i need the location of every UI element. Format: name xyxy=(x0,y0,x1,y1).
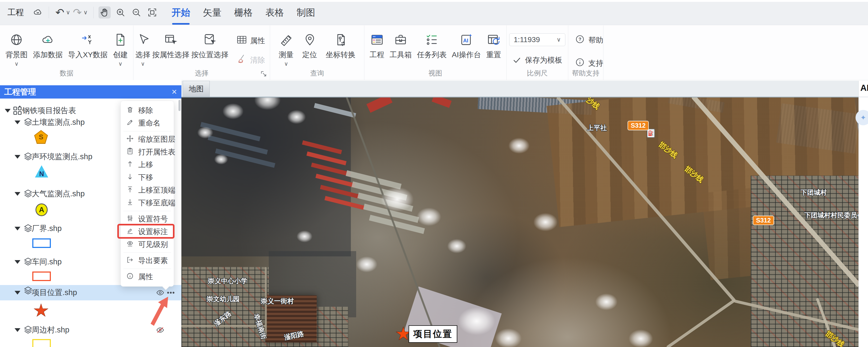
ai-console-panel[interactable]: AI ✦ xyxy=(859,81,868,347)
ribbon-item-label: 坐标转换 xyxy=(326,50,355,60)
ribbon-item-工程[interactable]: 工程 xyxy=(370,32,384,67)
redo-chevron-icon[interactable]: ∨ xyxy=(84,9,88,16)
chevron-down-icon[interactable]: ∨ xyxy=(14,61,19,67)
menu-item-label: 上移 xyxy=(138,160,153,170)
close-icon[interactable]: ✕ xyxy=(171,88,177,96)
menu-item-label: 设置符号 xyxy=(138,214,168,224)
ribbon-item-AI操作台[interactable]: AIAI操作台 xyxy=(452,32,481,67)
ribbon-item-label: 选择 xyxy=(135,50,150,60)
zoom-out-icon[interactable] xyxy=(130,6,143,19)
undo-chevron-icon[interactable]: ∨ xyxy=(66,9,70,16)
ribbon-item-label: AI操作台 xyxy=(452,50,481,60)
chevron-down-icon[interactable]: ∨ xyxy=(141,61,145,67)
tab-制图[interactable]: 制图 xyxy=(290,0,321,25)
tree-row-label: 土壤监测点.shp xyxy=(32,117,85,128)
ribbon-item-定位[interactable]: 定位 xyxy=(302,32,317,67)
tab-栅格[interactable]: 栅格 xyxy=(228,0,259,25)
undo-icon[interactable]: ↶ xyxy=(54,6,66,19)
map-road xyxy=(181,325,266,327)
menu-item-可见级别[interactable]: 可见级别 xyxy=(121,238,174,251)
ribbon-items: 选择∨按属性选择按位置选择 xyxy=(133,25,230,70)
menu-item-导出要素[interactable]: 导出要素 xyxy=(121,254,174,267)
expander-icon[interactable] xyxy=(14,291,21,294)
menu-item-下移[interactable]: 下移 xyxy=(121,171,174,184)
menu-item-label: 下移 xyxy=(138,172,153,182)
app-menu-project[interactable]: 工程 xyxy=(7,7,24,18)
ribbon-item-帮助[interactable]: ?帮助 xyxy=(575,34,603,46)
expander-icon[interactable] xyxy=(14,260,21,264)
menu-item-label: 可见级别 xyxy=(138,239,168,250)
ribbon-item-创建[interactable]: 创建∨ xyxy=(113,32,128,67)
ribbon-item-测量[interactable]: 测量∨ xyxy=(279,32,294,67)
ribbon-item-选择[interactable]: 选择∨ xyxy=(135,32,150,67)
ribbon-item-label: 测量 xyxy=(279,50,294,60)
tab-开始[interactable]: 开始 xyxy=(165,0,196,25)
expander-icon[interactable] xyxy=(14,328,21,332)
ribbon-items: 测量∨定位坐标转换 xyxy=(270,25,364,70)
map-label-shield: S312 xyxy=(627,121,649,130)
ribbon-item-按属性选择[interactable]: 按属性选择 xyxy=(152,32,189,67)
ribbon-item-坐标转换[interactable]: 坐标转换 xyxy=(326,32,355,67)
smoke-plume xyxy=(297,230,312,242)
redo-icon[interactable]: ↷ xyxy=(71,6,84,19)
cursor-icon xyxy=(136,32,150,47)
ribbon-item-背景图[interactable]: 背景图∨ xyxy=(5,32,28,67)
expander-icon[interactable] xyxy=(5,109,10,113)
menu-item-移除[interactable]: 移除 xyxy=(121,104,174,117)
ribbon-item-工具箱[interactable]: 工具箱 xyxy=(390,32,412,67)
menu-item-上移至顶端[interactable]: 上移至顶端 xyxy=(121,184,174,197)
menu-item-设置符号[interactable]: 设置符号 xyxy=(121,213,174,225)
toolbox-icon xyxy=(394,32,407,47)
ribbon-item-label: 工程 xyxy=(370,50,384,60)
broom-icon xyxy=(237,54,247,66)
locsel-icon xyxy=(203,32,217,47)
ribbon-item-添加数据[interactable]: 添加数据 xyxy=(33,32,63,67)
ribbon-item-任务列表[interactable]: 任务列表 xyxy=(417,32,447,67)
chevron-down-icon[interactable]: ∨ xyxy=(118,61,122,67)
expander-icon[interactable] xyxy=(14,120,21,124)
smoke-plume xyxy=(214,154,228,165)
map-label-place: 下团城村村民委员会 xyxy=(804,211,859,220)
ai-icon: AI xyxy=(460,32,473,47)
cloud-sync-icon[interactable] xyxy=(32,6,44,19)
expander-icon[interactable] xyxy=(14,227,21,230)
tab-矢量[interactable]: 矢量 xyxy=(196,0,228,25)
ribbon-item-属性[interactable]: 属性 xyxy=(237,34,265,47)
eyebar-icon xyxy=(126,240,134,250)
menu-item-属性[interactable]: 属性 xyxy=(121,270,174,283)
expander-icon[interactable] xyxy=(14,155,21,159)
chevron-down-icon[interactable]: ∨ xyxy=(284,61,288,67)
ribbon-item-label: 定位 xyxy=(302,50,317,60)
menu-item-label: 移除 xyxy=(138,106,153,115)
smoke-plume xyxy=(222,103,244,119)
zoom-in-icon[interactable] xyxy=(114,6,127,19)
menu-item-上移[interactable]: 上移 xyxy=(121,158,174,171)
ribbon-item-支持[interactable]: 支持 xyxy=(575,57,603,69)
panel-scrollbar[interactable] xyxy=(179,100,181,111)
tab-表格[interactable]: 表格 xyxy=(259,0,290,25)
menu-item-重命名[interactable]: 重命名 xyxy=(121,117,174,129)
ribbon-item-按位置选择[interactable]: 按位置选择 xyxy=(191,32,228,67)
menu-item-下移至底端[interactable]: 下移至底端 xyxy=(121,197,174,209)
map-marker-label: 项目位置 xyxy=(409,325,457,343)
clipboard-icon xyxy=(126,147,134,157)
menu-item-打开属性表[interactable]: 打开属性表 xyxy=(121,146,174,158)
expander-icon[interactable] xyxy=(14,192,21,196)
scale-dropdown[interactable]: 1:11939∨ xyxy=(509,33,565,46)
ribbon-items: 背景图∨添加数据导入XY数据创建∨ xyxy=(0,25,133,70)
menu-item-缩放至图层[interactable]: 缩放至图层 xyxy=(121,133,174,146)
check-icon xyxy=(513,56,521,65)
ribbon-group-比例尺: 1:11939∨保存为模板比例尺 xyxy=(506,25,568,80)
ribbon-item-导入XY数据[interactable]: 导入XY数据 xyxy=(68,32,107,67)
map-viewport[interactable]: ⛽ S312S312沙线邯沙线邯沙线邯沙线上平社崇义中心小学崇文幼儿园崇义一街村… xyxy=(181,97,859,347)
ribbon-item-重置[interactable]: 重置 xyxy=(486,32,501,67)
menu-item-label: 重命名 xyxy=(138,118,160,128)
ribbon-item-label: 添加数据 xyxy=(33,50,63,60)
star-icon xyxy=(396,327,410,341)
tab-map[interactable]: 地图 xyxy=(183,81,210,97)
ribbon-item-label: 任务列表 xyxy=(417,50,447,60)
save-as-template-checkbox[interactable]: 保存为模板 xyxy=(506,55,568,65)
pan-hand-icon[interactable] xyxy=(98,6,111,19)
full-extent-icon[interactable] xyxy=(146,6,158,19)
project-location-marker[interactable] xyxy=(396,327,410,341)
